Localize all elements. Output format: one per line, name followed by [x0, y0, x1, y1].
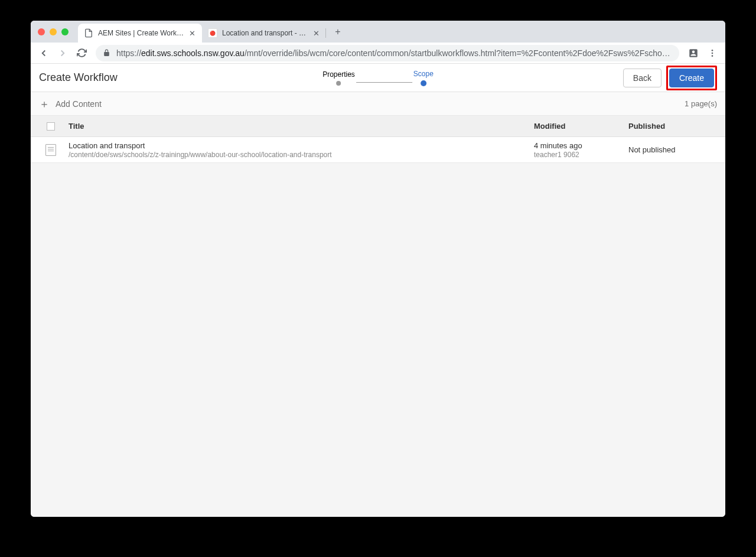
url-input[interactable]: https://edit.sws.schools.nsw.gov.au/mnt/…	[96, 45, 679, 61]
row-title-cell: Location and transport /content/doe/sws/…	[63, 141, 534, 159]
svg-point-2	[712, 55, 713, 57]
page-icon	[45, 144, 56, 156]
column-title[interactable]: Title	[63, 122, 534, 131]
tab-title: Location and transport - Fern T	[222, 29, 308, 37]
page-count: 1 page(s)	[685, 99, 717, 108]
close-tab-icon[interactable]: ✕	[312, 29, 320, 37]
app-header: Create Workflow Properties Scope Back Cr…	[31, 64, 725, 92]
browser-tab-active[interactable]: AEM Sites | Create Workflow ✕	[78, 24, 202, 43]
table-header: Title Modified Published	[31, 116, 725, 137]
row-modified-time: 4 minutes ago	[534, 141, 628, 150]
row-modified-cell: 4 minutes ago teacher1 9062	[534, 141, 628, 159]
create-button[interactable]: Create	[669, 69, 714, 87]
app-content: Create Workflow Properties Scope Back Cr…	[31, 64, 725, 517]
tab-title: AEM Sites | Create Workflow	[98, 29, 184, 37]
svg-point-1	[712, 52, 713, 54]
favicon-icon: 🔴	[208, 28, 217, 38]
reload-button[interactable]	[73, 45, 90, 61]
close-tab-icon[interactable]: ✕	[188, 29, 196, 37]
step-dot-icon	[336, 81, 341, 86]
table-row[interactable]: Location and transport /content/doe/sws/…	[31, 137, 725, 163]
window-controls	[38, 28, 69, 35]
highlight-annotation: Create	[666, 66, 717, 90]
plus-icon: ＋	[39, 97, 50, 111]
header-actions: Back Create	[623, 66, 717, 90]
browser-tab-inactive[interactable]: 🔴 Location and transport - Fern T ✕	[202, 24, 326, 43]
browser-window: AEM Sites | Create Workflow ✕ 🔴 Location…	[31, 21, 725, 517]
forward-button[interactable]	[54, 45, 71, 61]
new-tab-button[interactable]: +	[330, 24, 346, 40]
profile-icon[interactable]	[685, 45, 702, 61]
address-bar: https://edit.sws.schools.nsw.gov.au/mnt/…	[31, 43, 725, 64]
maximize-window-button[interactable]	[61, 28, 69, 35]
close-window-button[interactable]	[38, 28, 45, 35]
step-properties[interactable]: Properties	[322, 70, 355, 86]
wizard-steps: Properties Scope	[322, 70, 434, 86]
add-content-button[interactable]: ＋ Add Content	[39, 97, 102, 111]
titlebar: AEM Sites | Create Workflow ✕ 🔴 Location…	[31, 21, 725, 43]
step-dot-icon	[421, 80, 426, 86]
minimize-window-button[interactable]	[50, 28, 57, 35]
add-content-label: Add Content	[56, 99, 102, 109]
column-published[interactable]: Published	[628, 122, 717, 131]
lock-icon	[103, 49, 110, 57]
step-connector	[356, 82, 412, 83]
row-modified-by: teacher1 9062	[534, 151, 628, 159]
svg-point-0	[712, 50, 713, 51]
page-icon	[84, 28, 93, 38]
back-button[interactable]	[35, 45, 52, 61]
column-modified[interactable]: Modified	[534, 122, 628, 131]
select-all-checkbox[interactable]	[47, 122, 55, 131]
menu-icon[interactable]	[704, 45, 721, 61]
step-scope[interactable]: Scope	[413, 70, 434, 86]
row-published-cell: Not published	[628, 145, 717, 154]
row-title: Location and transport	[69, 141, 534, 150]
row-icon	[39, 144, 63, 156]
page-title: Create Workflow	[39, 71, 118, 84]
url-text: https://edit.sws.schools.nsw.gov.au/mnt/…	[116, 48, 672, 58]
back-button[interactable]: Back	[623, 69, 662, 87]
toolbar: ＋ Add Content 1 page(s)	[31, 92, 725, 116]
row-path: /content/doe/sws/schools/z/z-trainingp/w…	[69, 151, 534, 159]
